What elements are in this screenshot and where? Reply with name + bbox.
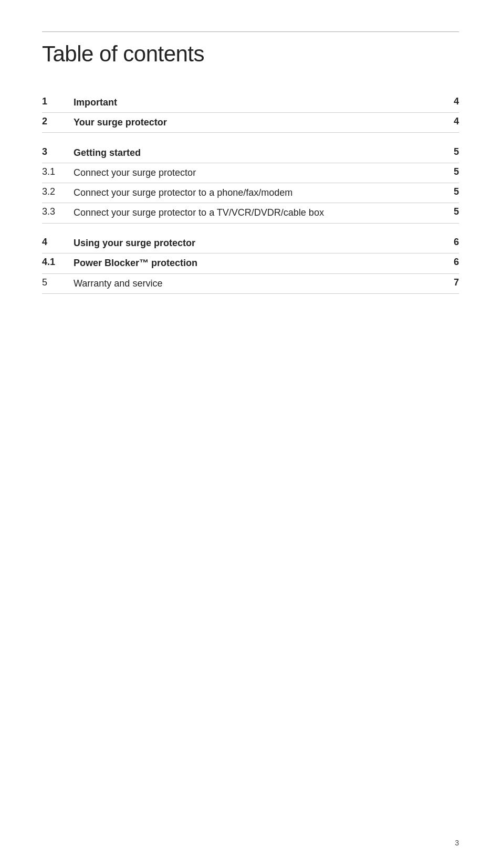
toc-page: 6 [438, 234, 459, 253]
toc-page: 5 [438, 143, 459, 163]
toc-gap-row [42, 223, 459, 234]
toc-row: 4Using your surge protector6 [42, 234, 459, 253]
toc-row: 2Your surge protector4 [42, 113, 459, 133]
toc-row: 3Getting started5 [42, 143, 459, 163]
toc-label: Power Blocker™ protection [74, 253, 438, 273]
toc-page: 4 [438, 113, 459, 133]
toc-page: 5 [438, 203, 459, 223]
toc-num: 4.1 [42, 253, 74, 273]
toc-page: 7 [438, 273, 459, 293]
toc-num: 3 [42, 143, 74, 163]
toc-row: 3.2Connect your surge protector to a pho… [42, 183, 459, 203]
toc-gap-row [42, 133, 459, 143]
toc-page: 4 [438, 93, 459, 113]
toc-row: 4.1Power Blocker™ protection6 [42, 253, 459, 273]
toc-num: 4 [42, 234, 74, 253]
toc-row: 3.1Connect your surge protector5 [42, 163, 459, 183]
toc-label: Your surge protector [74, 113, 438, 133]
toc-num: 1 [42, 93, 74, 113]
toc-num: 3.2 [42, 183, 74, 203]
toc-label: Connect your surge protector [74, 163, 438, 183]
toc-label: Getting started [74, 143, 438, 163]
toc-row: 3.3Connect your surge protector to a TV/… [42, 203, 459, 223]
toc-label: Important [74, 93, 438, 113]
toc-num: 2 [42, 113, 74, 133]
toc-num: 3.1 [42, 163, 74, 183]
page-number: 3 [455, 839, 459, 847]
toc-page: 6 [438, 253, 459, 273]
page-title: Table of contents [42, 41, 459, 67]
top-rule [42, 31, 459, 32]
toc-row: 1Important4 [42, 93, 459, 113]
toc-table: 1Important42Your surge protector43Gettin… [42, 93, 459, 294]
toc-num: 5 [42, 273, 74, 293]
toc-page: 5 [438, 183, 459, 203]
page-container: Table of contents 1Important42Your surge… [0, 0, 501, 868]
toc-label: Connect your surge protector to a TV/VCR… [74, 203, 438, 223]
toc-label: Warranty and service [74, 273, 438, 293]
toc-label: Connect your surge protector to a phone/… [74, 183, 438, 203]
toc-page: 5 [438, 163, 459, 183]
toc-num: 3.3 [42, 203, 74, 223]
toc-row: 5Warranty and service7 [42, 273, 459, 293]
toc-label: Using your surge protector [74, 234, 438, 253]
